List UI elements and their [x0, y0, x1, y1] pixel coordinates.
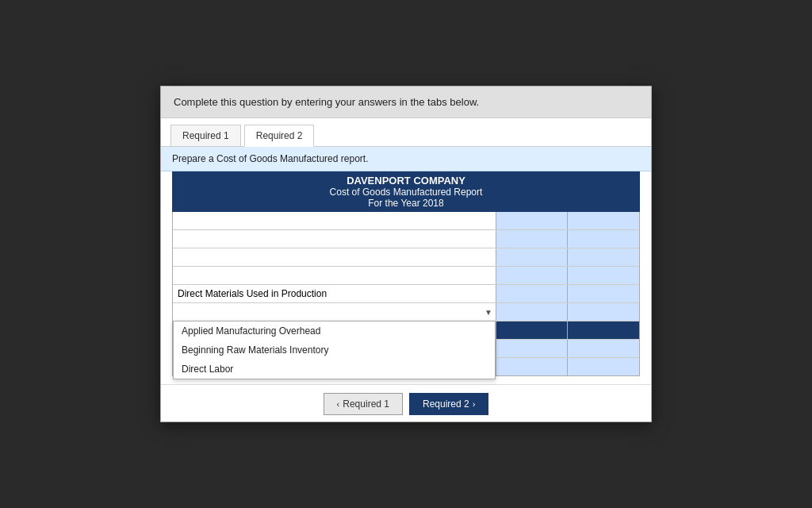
- dropdown-item-direct-labor[interactable]: Direct Labor: [174, 360, 495, 379]
- row-value: [496, 267, 568, 284]
- row-value: [568, 285, 639, 302]
- next-button[interactable]: Required 2 ›: [409, 393, 488, 415]
- row-value-input-5[interactable]: [501, 287, 562, 301]
- dropdown-item-applied[interactable]: Applied Manufacturing Overhead: [174, 321, 495, 341]
- row-value: [496, 340, 568, 357]
- row-label: [173, 212, 496, 229]
- row-value: [496, 303, 568, 321]
- dark-value-2: [568, 321, 639, 339]
- row-input-2[interactable]: [178, 232, 491, 246]
- report-period: For the Year 2018: [172, 198, 640, 209]
- row-value-input-8[interactable]: [501, 341, 562, 356]
- row-value-2: [568, 212, 639, 229]
- dropdown-row: Applied Manufacturing Overhead Beginning…: [173, 303, 639, 321]
- row-value-1: [496, 212, 568, 229]
- table-row: [173, 248, 639, 267]
- row-input-4[interactable]: [178, 268, 491, 283]
- content-area: Prepare a Cost of Goods Manufactured rep…: [161, 147, 651, 421]
- row-value: [568, 340, 639, 357]
- instruction-bar: Complete this question by entering your …: [161, 87, 651, 118]
- row-value-input-9[interactable]: [501, 360, 562, 374]
- row-value-input-4[interactable]: [501, 268, 562, 283]
- company-name: DAVENPORT COMPANY: [172, 175, 640, 187]
- row-label: [173, 248, 496, 266]
- direct-materials-label: Direct Materials Used in Production: [173, 285, 496, 302]
- right-arrow-icon: ›: [473, 399, 476, 409]
- item-dropdown[interactable]: Applied Manufacturing Overhead Beginning…: [173, 303, 496, 321]
- row-value: [568, 230, 639, 248]
- row-value: [568, 248, 639, 266]
- row-value: [496, 285, 568, 302]
- table-row: [173, 230, 639, 248]
- prev-button[interactable]: ‹ Required 1: [324, 393, 403, 415]
- row-value: [568, 267, 639, 284]
- row-value-input-6b[interactable]: [573, 305, 634, 319]
- row-value-input-3[interactable]: [501, 250, 562, 264]
- row-value-input-2[interactable]: [501, 232, 562, 246]
- row-value: [568, 358, 639, 375]
- report-header: DAVENPORT COMPANY Cost of Goods Manufact…: [172, 171, 640, 212]
- tab-required-2[interactable]: Required 2: [244, 125, 315, 147]
- row-value-input-1b[interactable]: [573, 214, 634, 228]
- row-input-1[interactable]: [178, 214, 491, 228]
- footer-buttons: ‹ Required 1 Required 2 ›: [161, 384, 651, 421]
- row-label: [173, 230, 496, 248]
- row-value-input-6[interactable]: [501, 305, 562, 319]
- row-value: [568, 303, 639, 321]
- dropdown-open-list: Applied Manufacturing Overhead Beginning…: [173, 321, 496, 379]
- tab-required-1[interactable]: Required 1: [170, 125, 241, 146]
- row-value: [496, 358, 568, 375]
- row-label: [173, 267, 496, 284]
- dropdown-item-beginning[interactable]: Beginning Raw Materials Inventory: [174, 341, 495, 360]
- report-body: Direct Materials Used in Production Appl…: [172, 212, 640, 376]
- row-input-3[interactable]: [178, 250, 491, 264]
- row-value-input-4b[interactable]: [573, 268, 634, 283]
- table-row-direct-materials: Direct Materials Used in Production: [173, 285, 639, 303]
- tabs-bar: Required 1 Required 2: [161, 118, 651, 147]
- main-modal: Complete this question by entering your …: [160, 86, 652, 422]
- instruction-text: Complete this question by entering your …: [174, 96, 479, 108]
- row-value: [496, 230, 568, 248]
- row-value-input-3b[interactable]: [573, 250, 634, 264]
- left-arrow-icon: ‹: [337, 399, 340, 409]
- row-value-input-8b[interactable]: [573, 341, 634, 356]
- dark-value-1: [496, 321, 568, 339]
- row-value: [496, 248, 568, 266]
- table-row: [173, 212, 639, 230]
- report-container: DAVENPORT COMPANY Cost of Goods Manufact…: [161, 171, 651, 384]
- row-value-input-2b[interactable]: [573, 232, 634, 246]
- prepare-text: Prepare a Cost of Goods Manufactured rep…: [161, 147, 651, 171]
- dropdown-cell[interactable]: Applied Manufacturing Overhead Beginning…: [173, 303, 496, 321]
- table-row: [173, 267, 639, 285]
- row-value-input-9b[interactable]: [573, 360, 634, 374]
- report-title: Cost of Goods Manufactured Report: [172, 187, 640, 198]
- row-value-input-5b[interactable]: [573, 287, 634, 301]
- row-value-input-1[interactable]: [501, 214, 562, 228]
